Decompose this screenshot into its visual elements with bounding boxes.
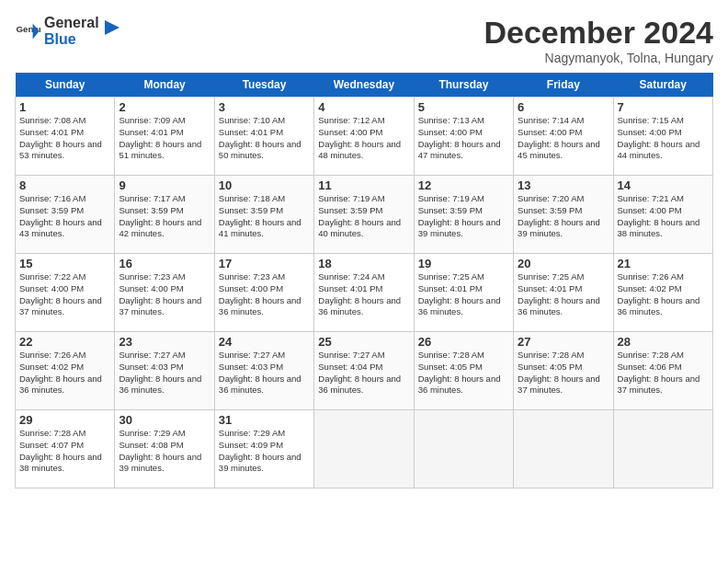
- calendar-cell: 3 Sunrise: 7:10 AM Sunset: 4:01 PM Dayli…: [214, 98, 313, 176]
- calendar-cell: 15 Sunrise: 7:22 AM Sunset: 4:00 PM Dayl…: [16, 254, 115, 332]
- day-number: 25: [318, 335, 409, 349]
- day-number: 31: [219, 413, 310, 427]
- day-number: 1: [19, 100, 110, 114]
- cell-sunset: Sunset: 3:59 PM: [219, 205, 283, 215]
- day-number: 15: [19, 257, 110, 270]
- cell-sunrise: Sunrise: 7:28 AM: [618, 350, 684, 360]
- cell-sunset: Sunset: 4:00 PM: [119, 283, 183, 293]
- cell-sunrise: Sunrise: 7:29 AM: [119, 428, 185, 438]
- day-number: 4: [318, 100, 409, 114]
- cell-sunset: Sunset: 4:01 PM: [318, 283, 382, 293]
- day-number: 5: [418, 100, 509, 114]
- cell-sunrise: Sunrise: 7:19 AM: [418, 193, 484, 203]
- cell-daylight: Daylight: 8 hours and 48 minutes.: [318, 139, 401, 161]
- day-number: 17: [219, 257, 310, 270]
- calendar-cell: [514, 410, 613, 488]
- calendar-cell: 11 Sunrise: 7:19 AM Sunset: 3:59 PM Dayl…: [314, 176, 414, 254]
- cell-sunset: Sunset: 4:01 PM: [119, 127, 183, 137]
- cell-sunset: Sunset: 4:02 PM: [618, 283, 682, 293]
- day-number: 23: [119, 335, 210, 349]
- day-number: 22: [19, 335, 110, 349]
- cell-sunset: Sunset: 4:06 PM: [618, 362, 682, 372]
- cell-daylight: Daylight: 8 hours and 53 minutes.: [19, 139, 102, 161]
- cell-sunset: Sunset: 4:08 PM: [119, 440, 183, 450]
- calendar-cell: 12 Sunrise: 7:19 AM Sunset: 3:59 PM Dayl…: [414, 176, 513, 254]
- cell-daylight: Daylight: 8 hours and 36 minutes.: [318, 373, 401, 396]
- calendar-cell: 10 Sunrise: 7:18 AM Sunset: 3:59 PM Dayl…: [214, 176, 313, 254]
- cell-sunset: Sunset: 4:00 PM: [618, 205, 682, 215]
- cell-daylight: Daylight: 8 hours and 45 minutes.: [518, 139, 600, 161]
- calendar-cell: 26 Sunrise: 7:28 AM Sunset: 4:05 PM Dayl…: [414, 332, 513, 410]
- cell-sunset: Sunset: 4:09 PM: [219, 440, 283, 450]
- calendar-cell: 6 Sunrise: 7:14 AM Sunset: 4:00 PM Dayli…: [514, 98, 613, 176]
- cell-sunset: Sunset: 4:04 PM: [318, 362, 382, 372]
- calendar-cell: 30 Sunrise: 7:29 AM Sunset: 4:08 PM Dayl…: [115, 410, 214, 488]
- cell-sunrise: Sunrise: 7:27 AM: [219, 350, 285, 360]
- calendar-cell: 1 Sunrise: 7:08 AM Sunset: 4:01 PM Dayli…: [16, 98, 115, 176]
- logo-icon: General: [15, 18, 40, 44]
- calendar-cell: 29 Sunrise: 7:28 AM Sunset: 4:07 PM Dayl…: [16, 410, 115, 488]
- day-number: 13: [518, 178, 609, 192]
- cell-sunset: Sunset: 4:01 PM: [518, 283, 582, 293]
- cell-daylight: Daylight: 8 hours and 51 minutes.: [119, 139, 201, 161]
- cell-daylight: Daylight: 8 hours and 43 minutes.: [19, 217, 102, 239]
- cell-daylight: Daylight: 8 hours and 37 minutes.: [119, 295, 201, 317]
- calendar-cell: 22 Sunrise: 7:26 AM Sunset: 4:02 PM Dayl…: [16, 332, 115, 410]
- day-number: 26: [418, 335, 509, 349]
- cell-sunrise: Sunrise: 7:23 AM: [219, 271, 285, 282]
- day-number: 27: [518, 335, 609, 349]
- day-number: 21: [618, 257, 709, 270]
- calendar-cell: 13 Sunrise: 7:20 AM Sunset: 3:59 PM Dayl…: [514, 176, 613, 254]
- title-section: December 2024 Nagymanyok, Tolna, Hungary: [483, 15, 713, 65]
- cell-sunset: Sunset: 4:03 PM: [219, 362, 283, 372]
- cell-daylight: Daylight: 8 hours and 36 minutes.: [418, 295, 501, 317]
- day-number: 8: [19, 178, 110, 192]
- cell-daylight: Daylight: 8 hours and 37 minutes.: [618, 373, 700, 396]
- cell-sunset: Sunset: 4:03 PM: [119, 362, 183, 372]
- cell-sunrise: Sunrise: 7:18 AM: [219, 193, 285, 203]
- cell-sunrise: Sunrise: 7:21 AM: [618, 193, 684, 203]
- cell-daylight: Daylight: 8 hours and 36 minutes.: [318, 295, 401, 317]
- cell-daylight: Daylight: 8 hours and 36 minutes.: [618, 295, 700, 317]
- day-number: 18: [318, 257, 409, 270]
- cell-sunset: Sunset: 4:02 PM: [19, 362, 84, 372]
- cell-daylight: Daylight: 8 hours and 50 minutes.: [219, 139, 301, 161]
- day-number: 3: [219, 100, 310, 114]
- cell-sunrise: Sunrise: 7:27 AM: [119, 350, 185, 360]
- day-header-friday: Friday: [514, 73, 613, 98]
- day-number: 20: [518, 257, 609, 270]
- cell-sunrise: Sunrise: 7:15 AM: [618, 115, 684, 125]
- calendar-cell: 2 Sunrise: 7:09 AM Sunset: 4:01 PM Dayli…: [115, 98, 214, 176]
- cell-sunset: Sunset: 4:00 PM: [19, 283, 84, 293]
- cell-sunrise: Sunrise: 7:24 AM: [318, 271, 384, 282]
- cell-sunrise: Sunrise: 7:29 AM: [219, 428, 285, 438]
- cell-sunset: Sunset: 4:07 PM: [19, 440, 84, 450]
- cell-sunrise: Sunrise: 7:17 AM: [119, 193, 185, 203]
- cell-sunrise: Sunrise: 7:26 AM: [618, 271, 684, 282]
- logo: General General Blue: [15, 15, 121, 48]
- calendar-cell: 7 Sunrise: 7:15 AM Sunset: 4:00 PM Dayli…: [613, 98, 712, 176]
- cell-sunset: Sunset: 3:59 PM: [318, 205, 382, 215]
- day-number: 14: [618, 178, 709, 192]
- calendar-cell: 19 Sunrise: 7:25 AM Sunset: 4:01 PM Dayl…: [414, 254, 513, 332]
- day-number: 10: [219, 178, 310, 192]
- cell-sunrise: Sunrise: 7:10 AM: [219, 115, 285, 125]
- calendar-cell: 14 Sunrise: 7:21 AM Sunset: 4:00 PM Dayl…: [613, 176, 712, 254]
- calendar-cell: 16 Sunrise: 7:23 AM Sunset: 4:00 PM Dayl…: [115, 254, 214, 332]
- calendar-cell: 17 Sunrise: 7:23 AM Sunset: 4:00 PM Dayl…: [214, 254, 313, 332]
- calendar-cell: 31 Sunrise: 7:29 AM Sunset: 4:09 PM Dayl…: [214, 410, 313, 488]
- cell-daylight: Daylight: 8 hours and 39 minutes.: [518, 217, 600, 239]
- day-number: 30: [119, 413, 210, 427]
- calendar-cell: 24 Sunrise: 7:27 AM Sunset: 4:03 PM Dayl…: [214, 332, 313, 410]
- cell-sunset: Sunset: 4:00 PM: [219, 283, 283, 293]
- calendar-cell: [414, 410, 513, 488]
- calendar-cell: 8 Sunrise: 7:16 AM Sunset: 3:59 PM Dayli…: [16, 176, 115, 254]
- calendar-cell: [314, 410, 414, 488]
- cell-sunrise: Sunrise: 7:08 AM: [19, 115, 85, 125]
- cell-daylight: Daylight: 8 hours and 47 minutes.: [418, 139, 501, 161]
- cell-sunrise: Sunrise: 7:26 AM: [19, 350, 85, 360]
- cell-daylight: Daylight: 8 hours and 39 minutes.: [219, 452, 301, 474]
- day-number: 7: [618, 100, 709, 114]
- logo-text-general: General: [44, 15, 99, 30]
- cell-sunrise: Sunrise: 7:25 AM: [518, 271, 584, 282]
